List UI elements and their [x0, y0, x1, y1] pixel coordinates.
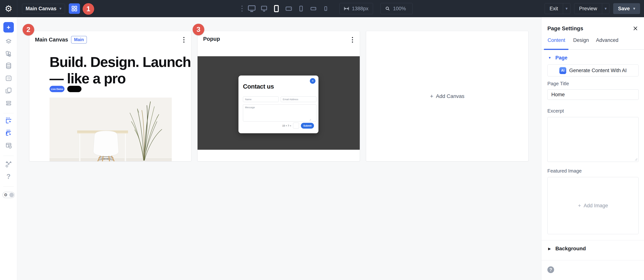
chevron-down-icon: ▾	[633, 6, 635, 11]
hero-image[interactable]	[50, 98, 172, 162]
annotation-badge-2: 2	[22, 24, 34, 36]
grid-icon	[71, 6, 78, 12]
device-phone-landscape-icon[interactable]	[309, 4, 318, 13]
sidebar-item-templates[interactable]	[5, 87, 12, 94]
canvas-card-popup[interactable]: Popup ✕ Contact us	[197, 31, 360, 162]
canvas-title: Popup	[203, 36, 220, 42]
settings-toggle[interactable]: ⚙	[2, 192, 15, 198]
exit-button[interactable]: Exit	[545, 3, 563, 14]
add-canvas-label: Add Canvas	[436, 93, 464, 99]
sidebar-item-tools[interactable]	[5, 160, 12, 168]
toolbar-actions: Exit ▾ Preview ▾ Save ▾	[544, 3, 640, 14]
hero-heading-line2: — like a pro	[50, 70, 191, 87]
canvas-header: Main Canvas Main	[35, 36, 87, 44]
live-demo-button[interactable]: Live Demo	[50, 86, 64, 92]
excerpt-label: Excerpt	[548, 108, 564, 114]
sidebar-item-forms[interactable]	[5, 74, 12, 82]
excerpt-textarea[interactable]	[548, 117, 638, 162]
hero-buttons: Live Demo	[50, 86, 82, 92]
dark-button[interactable]	[67, 86, 82, 92]
add-image-dropzone[interactable]: + Add Image	[548, 177, 638, 234]
canvas-menu-button[interactable]	[182, 36, 185, 43]
tools-icon	[5, 160, 12, 168]
responsive-controls: 1388px 100%	[242, 0, 413, 17]
left-sidebar: +	[0, 17, 17, 280]
canvas-header: Popup	[203, 36, 220, 42]
hero-heading[interactable]: Build. Design. Launch — like a pro	[50, 54, 191, 87]
canvas-title: Main Canvas	[35, 37, 68, 43]
modal-message-row	[243, 104, 316, 122]
canvas-card-main[interactable]: Main Canvas Main Build. Design. Launch —…	[29, 31, 191, 162]
device-tablet-portrait-icon-active[interactable]	[272, 4, 281, 13]
sidebar-item-help[interactable]: ?	[6, 173, 11, 180]
add-canvas-card[interactable]: + Add Canvas	[366, 31, 528, 162]
add-element-button[interactable]: +	[3, 22, 14, 32]
sidebar-item-layers[interactable]	[5, 38, 12, 45]
chevron-down-icon: ▾	[566, 6, 568, 11]
modal-close-button[interactable]: ✕	[310, 78, 316, 84]
sidebar-item-design-library[interactable]	[5, 50, 12, 58]
panel-close-button[interactable]	[632, 26, 638, 32]
message-textarea[interactable]	[243, 104, 316, 122]
name-input[interactable]	[243, 96, 279, 102]
chevron-down-icon: ▾	[604, 6, 606, 11]
builder-menu-button[interactable]: ⚙	[0, 0, 17, 17]
save-button[interactable]: Save ▾	[613, 3, 640, 14]
close-icon	[633, 26, 638, 31]
toggle-knob	[9, 193, 14, 197]
sidebar-item-structure[interactable]	[5, 100, 12, 107]
sidebar-item-page-preview[interactable]	[5, 142, 12, 149]
page-cursor-icon	[5, 117, 12, 124]
database-icon	[5, 62, 12, 70]
breakpoints-menu-icon[interactable]	[242, 6, 242, 12]
submit-button[interactable]: Submit	[301, 123, 314, 128]
tab-design[interactable]: Design	[573, 38, 589, 48]
device-tablet-landscape-icon[interactable]	[284, 4, 293, 13]
canvas-grid-view-button[interactable]	[69, 3, 80, 14]
popup-overlay: ✕ Contact us 15 + 7 =	[198, 56, 360, 150]
contact-modal: ✕ Contact us 15 + 7 =	[238, 76, 318, 133]
zoom-value: 100%	[393, 6, 406, 12]
annotation-badge-3: 3	[193, 24, 204, 35]
magnifier-icon	[385, 6, 390, 12]
save-button-label: Save	[618, 6, 630, 12]
device-desktop-icon[interactable]	[260, 4, 268, 13]
stacked-pages-cursor-icon	[5, 129, 12, 136]
captcha-input[interactable]	[293, 122, 299, 128]
canvas-menu-button[interactable]	[351, 36, 354, 43]
generate-ai-button[interactable]: AI Generate Content With AI	[548, 64, 638, 76]
preview-dropdown-button[interactable]: ▾	[602, 3, 609, 14]
help-button[interactable]: ?	[548, 266, 554, 273]
sidebar-divider	[3, 113, 14, 113]
sidebar-item-global-pages[interactable]	[5, 129, 12, 136]
exit-dropdown-button[interactable]: ▾	[563, 3, 570, 14]
email-input[interactable]	[281, 96, 316, 102]
annotation-badge-1: 1	[82, 3, 94, 15]
canvas-width-value: 1388px	[352, 6, 368, 12]
page-title-input[interactable]	[548, 89, 638, 100]
page-section-header[interactable]: ▼ Page	[548, 55, 568, 61]
copy-pages-icon	[5, 87, 12, 94]
canvas-select-dropdown[interactable]: Main Canvas ▾	[22, 4, 65, 14]
preview-split-button: Preview ▾	[574, 3, 610, 14]
tab-advanced[interactable]: Advanced	[596, 38, 618, 48]
gear-icon: ⚙	[4, 193, 8, 197]
tab-content[interactable]: Content	[548, 38, 565, 48]
sidebar-item-page-selector[interactable]	[5, 117, 12, 124]
main-badge: Main	[71, 36, 87, 44]
canvas-width-control[interactable]: 1388px	[340, 3, 373, 14]
sidebar-item-dynamic-data[interactable]	[5, 62, 12, 70]
add-canvas-button[interactable]: + Add Canvas	[430, 93, 464, 99]
window-eye-icon	[5, 142, 12, 149]
background-section-label: Background	[556, 246, 586, 252]
modal-heading: Contact us	[243, 83, 274, 90]
device-phone-portrait-icon[interactable]	[297, 4, 305, 13]
design-library-icon	[5, 50, 12, 58]
device-phone-small-icon[interactable]	[322, 4, 330, 13]
generate-ai-label: Generate Content With AI	[569, 68, 627, 74]
device-desktop-large-icon[interactable]	[248, 4, 256, 13]
background-section-header[interactable]: ▶ Background	[548, 246, 586, 252]
zoom-control[interactable]: 100%	[380, 3, 413, 14]
preview-button[interactable]: Preview	[574, 3, 602, 14]
rows-icon	[5, 100, 12, 107]
